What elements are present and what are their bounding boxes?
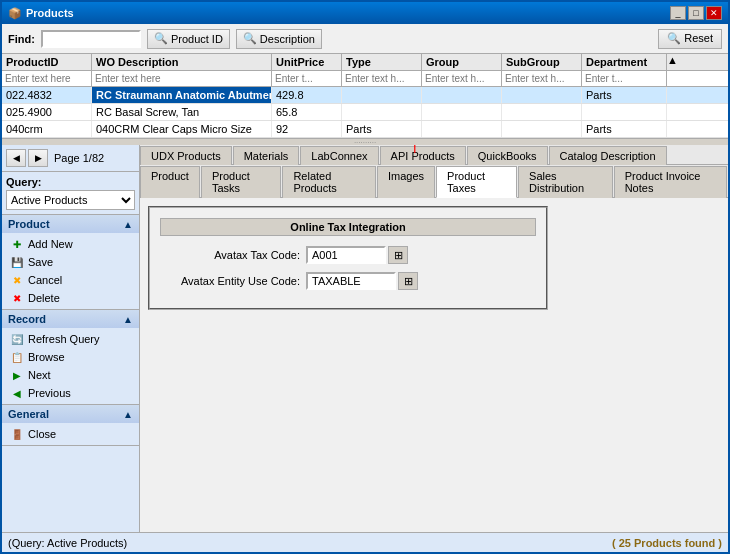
tab-images[interactable]: Images — [377, 166, 435, 198]
filter-group — [422, 71, 502, 86]
grid-filter-row — [2, 71, 728, 87]
minimize-button[interactable]: _ — [670, 6, 686, 20]
avatax-entity-input[interactable] — [306, 272, 396, 290]
sidebar-item-browse[interactable]: 📋 Browse — [2, 348, 139, 366]
sidebar-item-cancel[interactable]: ✖ Cancel — [2, 271, 139, 289]
grid-body: 022.4832 RC Straumann Anatomic Abutment … — [2, 87, 728, 138]
tab-api-products[interactable]: API Products — [380, 146, 466, 165]
product-id-button[interactable]: 🔍 Product ID — [147, 29, 230, 49]
cell-department — [582, 104, 667, 120]
sidebar-item-save[interactable]: 💾 Save — [2, 253, 139, 271]
sidebar-section-product-toggle: ▲ — [123, 219, 133, 230]
tab-product[interactable]: Product — [140, 166, 200, 198]
filter-input-subgroup[interactable] — [502, 71, 581, 86]
sidebar-item-previous-label: Previous — [28, 387, 71, 399]
sidebar-item-refresh[interactable]: 🔄 Refresh Query — [2, 330, 139, 348]
avatax-entity-lookup-button[interactable]: ⊞ — [398, 272, 418, 290]
filter-input-group[interactable] — [422, 71, 501, 86]
table-row[interactable]: 040crm 040CRM Clear Caps Micro Size 92 P… — [2, 121, 728, 138]
tab-product-tasks[interactable]: Product Tasks — [201, 166, 281, 198]
tabs-row2: Product Product Tasks Related Products I… — [140, 165, 728, 198]
page-label: Page 1/82 — [54, 152, 104, 164]
filter-scroll-spacer — [667, 71, 683, 86]
tab-related-products[interactable]: Related Products — [282, 166, 376, 198]
nav-prev-button[interactable]: ◀ — [6, 149, 26, 167]
find-input[interactable] — [41, 30, 141, 48]
nav-next-button[interactable]: ▶ — [28, 149, 48, 167]
lookup-icon2: ⊞ — [404, 275, 413, 288]
main-content: ◀ ▶ Page 1/82 Query: Active Products All… — [2, 145, 728, 532]
sidebar-item-delete[interactable]: ✖ Delete — [2, 289, 139, 307]
filter-input-unit-price[interactable] — [272, 71, 341, 86]
grid-header: ProductID WO Description UnitPrice Type … — [2, 54, 728, 71]
sidebar-item-previous[interactable]: ◀ Previous — [2, 384, 139, 402]
avatax-tax-code-input[interactable] — [306, 246, 386, 264]
sidebar-section-product-header[interactable]: Product ▲ — [2, 215, 139, 233]
cell-subgroup — [502, 87, 582, 103]
query-section: Query: Active Products All Products Inac… — [2, 172, 139, 215]
sidebar-item-next[interactable]: ▶ Next — [2, 366, 139, 384]
cell-wo-desc: RC Basal Screw, Tan — [92, 104, 272, 120]
search-icon2: 🔍 — [243, 32, 257, 45]
sidebar-section-general-header[interactable]: General ▲ — [2, 405, 139, 423]
sidebar-item-add-new-label: Add New — [28, 238, 73, 250]
add-icon: ✚ — [10, 237, 24, 251]
find-label: Find: — [8, 33, 35, 45]
cell-group — [422, 87, 502, 103]
maximize-button[interactable]: □ — [688, 6, 704, 20]
sidebar-section-product-content: ✚ Add New 💾 Save ✖ Cancel ✖ Delete — [2, 233, 139, 309]
table-row[interactable]: 022.4832 RC Straumann Anatomic Abutment … — [2, 87, 728, 104]
cell-product-id: 022.4832 — [2, 87, 92, 103]
query-label: Query: — [6, 176, 135, 188]
tab-quickbooks[interactable]: QuickBooks — [467, 146, 548, 165]
sidebar-section-general-content: 🚪 Close — [2, 423, 139, 445]
reset-button[interactable]: 🔍 Reset — [658, 29, 722, 49]
next-icon: ▶ — [10, 368, 24, 382]
filter-input-department[interactable] — [582, 71, 666, 86]
cancel-icon: ✖ — [10, 273, 24, 287]
avatax-tax-code-lookup-button[interactable]: ⊞ — [388, 246, 408, 264]
close-icon: 🚪 — [10, 427, 24, 441]
title-bar-controls: _ □ ✕ — [670, 6, 722, 20]
main-window: 📦 Products _ □ ✕ Find: 🔍 Product ID 🔍 De… — [0, 0, 730, 554]
description-button[interactable]: 🔍 Description — [236, 29, 322, 49]
tab-labconnex[interactable]: LabConnex — [300, 146, 378, 165]
sidebar-section-general-title: General — [8, 408, 49, 420]
filter-unit-price — [272, 71, 342, 86]
sidebar: ◀ ▶ Page 1/82 Query: Active Products All… — [2, 145, 140, 532]
tab-product-invoice-notes[interactable]: Product Invoice Notes — [614, 166, 727, 198]
table-row[interactable]: 025.4900 RC Basal Screw, Tan 65.8 — [2, 104, 728, 121]
sidebar-item-save-label: Save — [28, 256, 53, 268]
tab-catalog-description[interactable]: Catalog Description — [549, 146, 667, 165]
sidebar-section-record-header[interactable]: Record ▲ — [2, 310, 139, 328]
tab-materials[interactable]: Materials — [233, 146, 300, 165]
col-header-subgroup: SubGroup — [502, 54, 582, 70]
window-title: Products — [26, 7, 74, 19]
tab-sales-distribution[interactable]: Sales Distribution — [518, 166, 613, 198]
tab-product-taxes[interactable]: Product Taxes — [436, 166, 517, 198]
nav-arrows: ◀ ▶ Page 1/82 — [2, 145, 139, 172]
cell-group — [422, 121, 502, 137]
cell-wo-desc: RC Straumann Anatomic Abutment — [92, 87, 272, 103]
filter-input-wo-desc[interactable] — [92, 71, 271, 86]
sidebar-section-general-toggle: ▲ — [123, 409, 133, 420]
sidebar-section-general: General ▲ 🚪 Close — [2, 405, 139, 446]
query-select[interactable]: Active Products All Products Inactive Pr… — [6, 190, 135, 210]
sidebar-item-close[interactable]: 🚪 Close — [2, 425, 139, 443]
col-header-group: Group — [422, 54, 502, 70]
col-header-unit-price: UnitPrice — [272, 54, 342, 70]
status-right: ( 25 Products found ) — [612, 537, 722, 549]
filter-input-type[interactable] — [342, 71, 421, 86]
avatax-tax-code-row: Avatax Tax Code: ⊞ — [160, 246, 536, 264]
refresh-icon: 🔄 — [10, 332, 24, 346]
status-left: (Query: Active Products) — [8, 537, 127, 549]
cell-department: Parts — [582, 87, 667, 103]
sidebar-section-record-content: 🔄 Refresh Query 📋 Browse ▶ Next ◀ Previo… — [2, 328, 139, 404]
filter-input-product-id[interactable] — [2, 71, 91, 86]
browse-icon: 📋 — [10, 350, 24, 364]
close-button[interactable]: ✕ — [706, 6, 722, 20]
sidebar-section-record-title: Record — [8, 313, 46, 325]
sidebar-item-add-new[interactable]: ✚ Add New — [2, 235, 139, 253]
avatax-entity-label: Avatax Entity Use Code: — [160, 275, 300, 287]
tab-udx-products[interactable]: UDX Products — [140, 146, 232, 165]
